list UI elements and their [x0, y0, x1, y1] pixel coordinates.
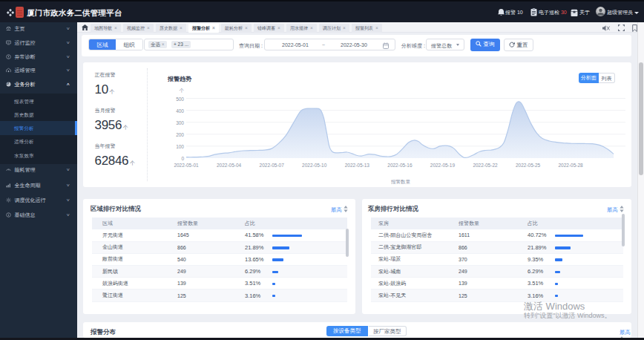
svg-text:2022-05-04: 2022-05-04: [217, 163, 242, 168]
svg-text:100: 100: [176, 144, 184, 149]
svg-text:2022-05-13: 2022-05-13: [345, 163, 370, 168]
svg-text:300: 300: [176, 120, 184, 125]
svg-text:0: 0: [181, 156, 184, 161]
svg-text:2022-05-25: 2022-05-25: [516, 163, 541, 168]
svg-text:2022-05-10: 2022-05-10: [302, 163, 327, 168]
svg-text:报警数量: 报警数量: [390, 179, 411, 185]
svg-text:个: 个: [180, 88, 185, 93]
svg-text:2022-05-28: 2022-05-28: [558, 163, 583, 168]
svg-text:400: 400: [176, 108, 184, 114]
svg-text:2022-05-19: 2022-05-19: [430, 163, 456, 168]
svg-text:2022-05-16: 2022-05-16: [387, 163, 413, 168]
svg-text:200: 200: [176, 132, 184, 137]
svg-text:2022-05-01: 2022-05-01: [174, 163, 199, 168]
svg-text:2022-05-07: 2022-05-07: [260, 163, 285, 168]
svg-text:2022-05-22: 2022-05-22: [473, 163, 498, 168]
svg-text:500: 500: [176, 97, 184, 102]
